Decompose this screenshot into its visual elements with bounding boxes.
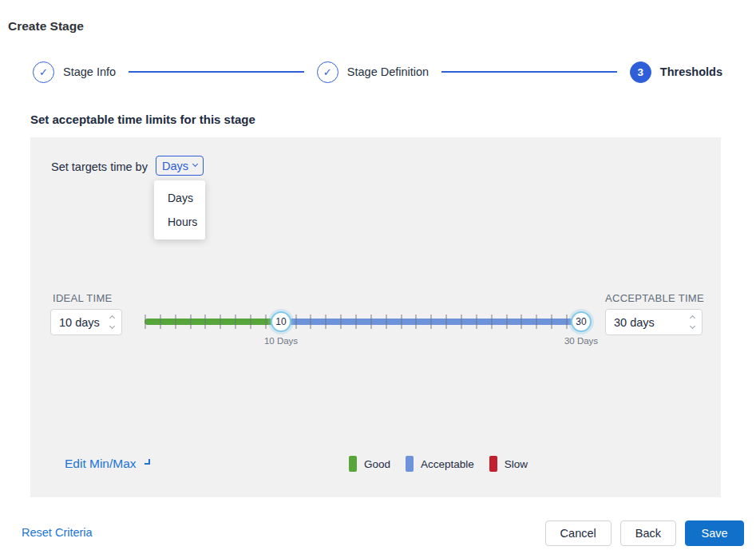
step-stage-definition[interactable]: ✓ Stage Definition <box>317 61 429 83</box>
increment-icon[interactable] <box>109 315 115 321</box>
acceptable-time-value: 30 days <box>606 316 691 329</box>
number-stepper <box>691 316 702 328</box>
stepper-connector <box>441 71 617 73</box>
menu-item-days[interactable]: Days <box>154 186 205 210</box>
time-threshold-slider: 10 30 10 Days 30 Days <box>144 312 595 349</box>
step-label-stage-definition: Stage Definition <box>347 65 429 78</box>
slider-max-handle-value: 30 <box>576 316 586 327</box>
step-complete-circle: ✓ <box>33 61 54 83</box>
legend-item-good: Good <box>349 456 390 472</box>
stepper-connector <box>129 71 304 73</box>
create-stage-dialog: Create Stage ✓ Stage Info ✓ Stage Defini… <box>0 0 756 558</box>
step-complete-circle: ✓ <box>317 61 338 83</box>
good-swatch <box>349 456 357 472</box>
legend-label-slow: Slow <box>505 458 528 470</box>
targets-time-label: Set targets time by <box>51 160 148 173</box>
back-button[interactable]: Back <box>620 520 676 546</box>
acceptable-swatch <box>406 456 414 472</box>
step-stage-info[interactable]: ✓ Stage Info <box>33 61 116 83</box>
slider-min-handle[interactable]: 10 <box>271 311 291 332</box>
page-title: Create Stage <box>8 19 84 34</box>
slider-min-handle-label: 10 Days <box>264 336 298 346</box>
step-label-stage-info: Stage Info <box>63 65 116 78</box>
check-icon: ✓ <box>39 66 48 78</box>
menu-item-hours[interactable]: Hours <box>154 210 205 234</box>
acceptable-time-label: ACCEPTABLE TIME <box>605 292 704 304</box>
decrement-icon[interactable] <box>690 323 695 329</box>
edit-minmax-link[interactable]: Edit Min/Max <box>65 457 150 471</box>
time-unit-selected-value: Days <box>162 160 188 172</box>
ideal-time-input[interactable]: 10 days <box>50 309 122 335</box>
ideal-time-label: IDEAL TIME <box>53 292 113 304</box>
cancel-button[interactable]: Cancel <box>545 520 612 546</box>
decrement-icon[interactable] <box>109 323 115 329</box>
step-label-thresholds: Thresholds <box>660 65 722 78</box>
legend-item-slow: Slow <box>489 456 528 472</box>
footer-buttons: Cancel Back Save <box>545 520 744 546</box>
slider-tick-marks <box>144 315 582 329</box>
time-unit-dropdown[interactable]: Days <box>156 156 204 176</box>
thresholds-panel: Set targets time by Days Days Hours IDEA… <box>30 137 721 497</box>
ideal-time-value: 10 days <box>51 316 110 329</box>
threshold-legend: Good Acceptable Slow <box>349 456 528 472</box>
number-stepper <box>110 316 121 328</box>
legend-item-acceptable: Acceptable <box>406 456 474 472</box>
save-button[interactable]: Save <box>685 520 744 546</box>
slider-max-handle[interactable]: 30 <box>571 311 592 332</box>
check-icon: ✓ <box>323 66 332 78</box>
acceptable-time-input[interactable]: 30 days <box>605 309 703 335</box>
step-thresholds[interactable]: 3 Thresholds <box>630 61 722 83</box>
reset-criteria-link[interactable]: Reset Criteria <box>22 526 93 539</box>
section-heading: Set acceptable time limits for this stag… <box>30 113 255 126</box>
slider-min-handle-value: 10 <box>275 316 286 327</box>
edit-minmax-label: Edit Min/Max <box>65 457 137 471</box>
legend-label-acceptable: Acceptable <box>421 458 474 470</box>
time-unit-menu: Days Hours <box>154 180 205 239</box>
legend-label-good: Good <box>364 458 390 470</box>
chevron-down-icon <box>192 161 198 167</box>
chevron-down-icon <box>144 459 150 465</box>
slider-max-handle-label: 30 Days <box>564 336 598 346</box>
increment-icon[interactable] <box>690 315 695 321</box>
wizard-stepper: ✓ Stage Info ✓ Stage Definition 3 Thresh… <box>33 61 722 83</box>
slow-swatch <box>489 456 497 472</box>
step-number-circle: 3 <box>630 61 651 83</box>
